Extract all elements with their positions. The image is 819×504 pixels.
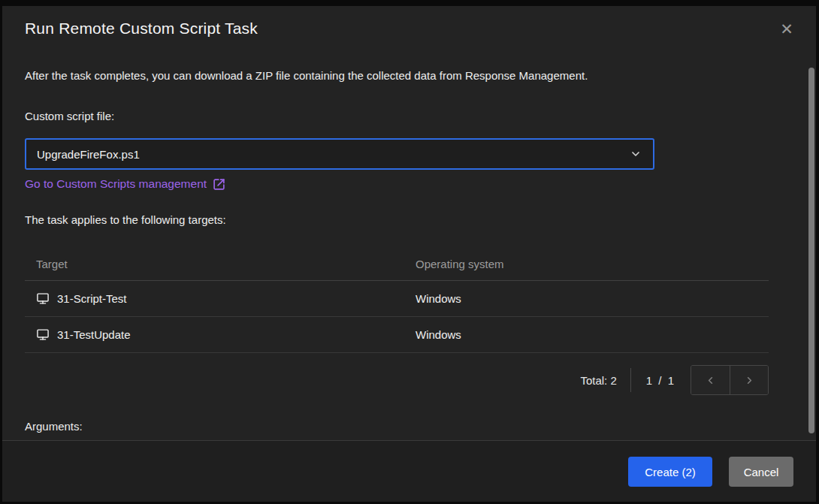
pagination-page-indicator: 1 / 1	[646, 374, 675, 387]
pagination-total: Total: 2	[580, 374, 616, 387]
targets-table-header: Target Operating system	[25, 248, 769, 281]
run-remote-custom-script-dialog: Run Remote Custom Script Task ✕ After th…	[2, 6, 816, 502]
arguments-label: Arguments:	[25, 420, 83, 433]
pagination-next-button[interactable]	[730, 366, 768, 394]
custom-script-file-select[interactable]: UpgradeFireFox.ps1	[25, 138, 654, 170]
column-header-target: Target	[25, 258, 416, 270]
chevron-left-icon	[705, 375, 716, 386]
dialog-title: Run Remote Custom Script Task	[25, 20, 258, 38]
pagination-prev-button[interactable]	[691, 366, 730, 394]
target-os: Windows	[416, 328, 769, 341]
table-row[interactable]: 31-TestUpdate Windows	[25, 317, 769, 353]
targets-intro-label: The task applies to the following target…	[25, 213, 226, 226]
vertical-scrollbar[interactable]	[808, 68, 814, 433]
create-button[interactable]: Create (2)	[628, 457, 712, 487]
target-name: 31-TestUpdate	[57, 328, 131, 341]
target-name: 31-Script-Test	[57, 292, 127, 305]
chevron-down-icon	[630, 148, 642, 160]
dialog-footer: Create (2) Cancel	[2, 441, 816, 502]
custom-script-file-label: Custom script file:	[25, 110, 114, 122]
monitor-icon	[36, 328, 50, 341]
column-header-os: Operating system	[416, 258, 769, 270]
target-os: Windows	[416, 292, 769, 305]
chevron-right-icon	[744, 375, 755, 386]
pagination: Total: 2 1 / 1	[580, 365, 769, 395]
table-row[interactable]: 31-Script-Test Windows	[25, 281, 769, 317]
custom-scripts-management-link-label: Go to Custom Scripts management	[25, 177, 207, 191]
cancel-button[interactable]: Cancel	[729, 457, 793, 487]
custom-scripts-management-link[interactable]: Go to Custom Scripts management	[25, 177, 225, 191]
external-link-icon	[213, 178, 225, 191]
dialog-description: After the task completes, you can downlo…	[25, 69, 588, 82]
pagination-divider	[630, 368, 631, 392]
selected-script-value: UpgradeFireFox.ps1	[26, 148, 140, 161]
close-icon[interactable]: ✕	[775, 18, 798, 41]
targets-table: Target Operating system 31-Script-Test W…	[25, 248, 769, 353]
monitor-icon	[36, 292, 50, 305]
